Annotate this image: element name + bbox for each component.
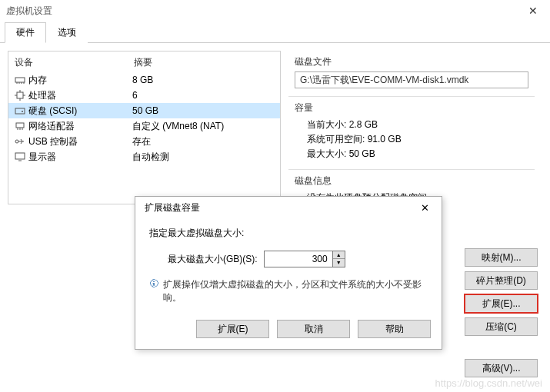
tab-options[interactable]: 选项	[46, 22, 88, 43]
header-summary: 摘要	[134, 56, 274, 69]
device-list-header: 设备 摘要	[8, 51, 280, 72]
details-panel: 磁盘文件 容量 当前大小: 2.8 GB 系统可用空间: 91.0 GB 最大大…	[288, 51, 535, 213]
svg-rect-12	[16, 123, 24, 128]
nic-icon	[13, 121, 27, 131]
dialog-prompt: 指定最大虚拟磁盘大小:	[149, 227, 428, 240]
close-icon[interactable]: ✕	[522, 2, 544, 20]
current-size: 当前大小: 2.8 GB	[295, 118, 528, 132]
diskfile-path[interactable]	[295, 71, 528, 88]
compress-button[interactable]: 压缩(C)	[465, 317, 538, 336]
device-row-disk[interactable]: 硬盘 (SCSI) 50 GB	[8, 103, 280, 118]
titlebar: 虚拟机设置 ✕	[0, 0, 550, 22]
cpu-icon	[13, 90, 27, 101]
dialog-expand-button[interactable]: 扩展(E)	[196, 320, 269, 338]
disk-actions: 映射(M)... 碎片整理(D) 扩展(E)... 压缩(C) 高级(V)...	[465, 248, 538, 377]
svg-point-16	[15, 140, 18, 143]
header-device: 设备	[15, 56, 134, 69]
expand-dialog: 扩展磁盘容量 ✕ 指定最大虚拟磁盘大小: 最大磁盘大小(GB)(S): ▲ ▼ …	[135, 196, 442, 350]
device-row-memory[interactable]: 内存 8 GB	[8, 72, 280, 88]
usb-icon	[13, 137, 27, 146]
display-icon	[13, 152, 27, 161]
expand-button[interactable]: 扩展(E)...	[465, 294, 538, 313]
device-row-display[interactable]: 显示器 自动检测	[8, 149, 280, 164]
max-size-label: 最大磁盘大小(GB)(S):	[168, 253, 258, 266]
diskfile-label: 磁盘文件	[295, 54, 528, 71]
svg-rect-5	[17, 92, 23, 98]
max-size-spinner[interactable]: ▲ ▼	[264, 251, 345, 267]
map-button[interactable]: 映射(M)...	[465, 248, 538, 267]
device-row-nic[interactable]: 网络适配器 自定义 (VMnet8 (NAT)	[8, 118, 280, 134]
device-row-usb[interactable]: USB 控制器 存在	[8, 134, 280, 149]
dialog-title: 扩展磁盘容量	[145, 201, 200, 214]
info-icon: 🛈	[149, 278, 158, 304]
defrag-button[interactable]: 碎片整理(D)	[465, 271, 538, 290]
dialog-close-icon[interactable]: ✕	[416, 201, 434, 215]
spin-down-icon[interactable]: ▼	[333, 259, 345, 267]
dialog-note: 🛈 扩展操作仅增大虚拟磁盘的大小，分区和文件系统的大小不受影响。	[149, 278, 428, 304]
device-row-cpu[interactable]: 处理器 6	[8, 88, 280, 103]
main-content: 设备 摘要 内存 8 GB 处理器 6 硬盘 (SCSI) 50 GB 网络适配…	[0, 43, 550, 221]
watermark: https://blog.csdn.net/wei	[435, 377, 542, 389]
dialog-cancel-button[interactable]: 取消	[277, 320, 350, 338]
svg-rect-20	[15, 153, 25, 159]
free-space: 系统可用空间: 91.0 GB	[295, 132, 528, 147]
diskinfo-label: 磁盘信息	[295, 173, 528, 191]
dialog-help-button[interactable]: 帮助	[358, 320, 431, 338]
svg-rect-10	[15, 108, 25, 114]
svg-rect-0	[15, 78, 25, 82]
max-size: 最大大小: 50 GB	[295, 147, 528, 161]
advanced-button[interactable]: 高级(V)...	[465, 359, 538, 377]
max-size-input[interactable]	[264, 251, 333, 267]
dialog-titlebar: 扩展磁盘容量 ✕	[135, 197, 442, 219]
tab-hardware[interactable]: 硬件	[5, 22, 46, 43]
disk-icon	[13, 106, 27, 115]
capacity-label: 容量	[295, 100, 528, 118]
device-list-panel: 设备 摘要 内存 8 GB 处理器 6 硬盘 (SCSI) 50 GB 网络适配…	[8, 51, 281, 204]
memory-icon	[13, 75, 27, 85]
spin-up-icon[interactable]: ▲	[333, 251, 345, 259]
svg-point-11	[22, 111, 23, 112]
tab-strip: 硬件 选项	[0, 22, 550, 43]
window-title: 虚拟机设置	[6, 5, 52, 18]
